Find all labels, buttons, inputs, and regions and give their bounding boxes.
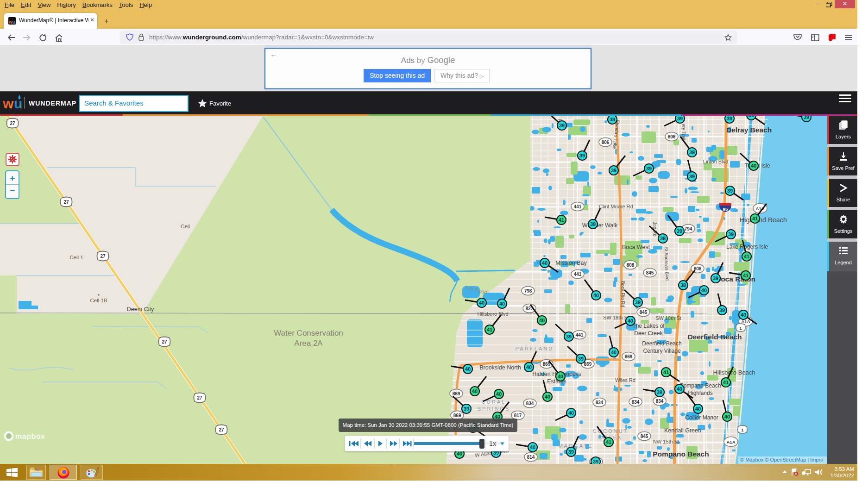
svg-text:39: 39 — [689, 174, 695, 179]
svg-text:40: 40 — [558, 374, 563, 379]
svg-text:27: 27 — [10, 121, 15, 126]
svg-text:The Lakes of: The Lakes of — [632, 323, 665, 329]
svg-text:40: 40 — [628, 318, 633, 324]
svg-text:41: 41 — [663, 369, 669, 375]
svg-text:39: 39 — [677, 228, 682, 234]
svg-text:41: 41 — [744, 254, 749, 259]
svg-text:39: 39 — [677, 116, 683, 121]
svg-text:808: 808 — [694, 266, 702, 271]
svg-text:39: 39 — [713, 275, 718, 281]
svg-text:40: 40 — [593, 293, 599, 298]
svg-text:869: 869 — [453, 413, 461, 418]
svg-text:40: 40 — [526, 364, 532, 370]
svg-text:39: 39 — [579, 153, 585, 158]
svg-text:Clint Moore Rd: Clint Moore Rd — [599, 204, 633, 209]
svg-text:834: 834 — [656, 399, 664, 404]
svg-text:441: 441 — [574, 204, 582, 209]
svg-text:40: 40 — [499, 301, 505, 306]
svg-text:39: 39 — [559, 123, 565, 128]
svg-text:Pompano Beach: Pompano Beach — [653, 450, 709, 458]
svg-text:A1A: A1A — [726, 439, 735, 444]
svg-text:Deem City: Deem City — [127, 306, 154, 312]
svg-text:PARKLAND: PARKLAND — [516, 346, 554, 351]
svg-text:Deer Creek: Deer Creek — [634, 330, 663, 337]
svg-text:40: 40 — [751, 163, 756, 169]
svg-text:40: 40 — [611, 350, 616, 355]
svg-text:Cell 1: Cell 1 — [69, 255, 83, 260]
svg-text:806: 806 — [668, 134, 676, 139]
svg-text:40: 40 — [472, 388, 478, 394]
svg-text:41: 41 — [606, 439, 611, 445]
svg-text:1: 1 — [741, 428, 743, 432]
svg-text:40: 40 — [542, 260, 547, 266]
svg-text:39: 39 — [635, 300, 641, 305]
svg-text:27: 27 — [219, 427, 224, 432]
svg-text:27: 27 — [197, 395, 202, 400]
svg-text:1x: 1x — [489, 440, 497, 447]
svg-text:Highland Beach: Highland Beach — [740, 216, 787, 224]
svg-text:441: 441 — [574, 272, 582, 277]
svg-text:27: 27 — [162, 339, 167, 344]
svg-text:Water Conservation: Water Conservation — [274, 329, 343, 338]
svg-text:Pompano Beach: Pompano Beach — [680, 382, 721, 389]
svg-text:39: 39 — [748, 116, 754, 118]
svg-text:39: 39 — [804, 116, 809, 120]
svg-text:Linton Blvd: Linton Blvd — [703, 159, 728, 164]
svg-text:mapbox: mapbox — [15, 432, 45, 440]
svg-text:40: 40 — [479, 300, 484, 306]
svg-text:Delray Beach: Delray Beach — [726, 126, 772, 134]
svg-text:834: 834 — [596, 400, 604, 405]
svg-text:38: 38 — [660, 236, 666, 241]
svg-text:40: 40 — [496, 391, 502, 397]
svg-text:Whisper Walk: Whisper Walk — [582, 222, 618, 229]
svg-text:39: 39 — [568, 449, 574, 455]
svg-text:39: 39 — [719, 307, 725, 313]
svg-text:40: 40 — [457, 451, 462, 456]
svg-text:40: 40 — [695, 406, 701, 412]
svg-text:806: 806 — [602, 140, 610, 145]
svg-text:Deerfield Beach: Deerfield Beach — [642, 340, 681, 347]
svg-text:39: 39 — [728, 231, 734, 237]
svg-text:39: 39 — [464, 406, 469, 412]
svg-text:869: 869 — [625, 354, 633, 359]
svg-text:Highlands: Highlands — [688, 390, 712, 396]
svg-text:39: 39 — [689, 150, 695, 155]
svg-text:814: 814 — [527, 455, 535, 460]
svg-text:27: 27 — [100, 254, 106, 259]
svg-text:SW 18th St: SW 18th St — [603, 315, 629, 320]
svg-text:441: 441 — [576, 332, 584, 338]
svg-text:845: 845 — [641, 434, 648, 439]
svg-text:SW 18th St: SW 18th St — [655, 315, 681, 321]
svg-text:40: 40 — [465, 366, 471, 372]
svg-text:Hillsboro Blvd: Hillsboro Blvd — [477, 311, 508, 317]
svg-text:40: 40 — [545, 394, 550, 400]
svg-text:Hillsboro Beach: Hillsboro Beach — [713, 369, 755, 376]
svg-text:NW 15th St: NW 15th St — [653, 439, 679, 444]
svg-text:Wiles Rd: Wiles Rd — [615, 377, 635, 383]
svg-text:39: 39 — [611, 168, 616, 173]
svg-text:794: 794 — [685, 226, 692, 231]
svg-text:40: 40 — [741, 312, 746, 318]
svg-text:40: 40 — [677, 386, 682, 392]
svg-text:38: 38 — [680, 282, 686, 288]
svg-text:39: 39 — [578, 356, 584, 362]
svg-text:834: 834 — [632, 400, 640, 405]
svg-text:Boca West: Boca West — [622, 244, 650, 250]
svg-text:38: 38 — [610, 117, 615, 122]
svg-text:u: u — [14, 96, 22, 111]
svg-text:Collier Manor: Collier Manor — [685, 414, 718, 421]
svg-text:39: 39 — [657, 389, 662, 395]
svg-text:808: 808 — [627, 262, 635, 268]
svg-text:41: 41 — [743, 273, 748, 278]
svg-text:798: 798 — [524, 288, 532, 294]
svg-text:Brookside North: Brookside North — [479, 364, 521, 371]
svg-text:Century Village: Century Village — [643, 348, 680, 354]
svg-text:869: 869 — [584, 362, 592, 367]
svg-text:COCONUT: COCONUT — [593, 428, 629, 434]
svg-text:1: 1 — [739, 326, 742, 331]
svg-text:41: 41 — [752, 216, 758, 221]
svg-text:40: 40 — [701, 288, 707, 293]
svg-text:41: 41 — [559, 217, 564, 223]
svg-text:Deerfield Beach: Deerfield Beach — [687, 333, 742, 341]
svg-text:27: 27 — [63, 200, 69, 205]
